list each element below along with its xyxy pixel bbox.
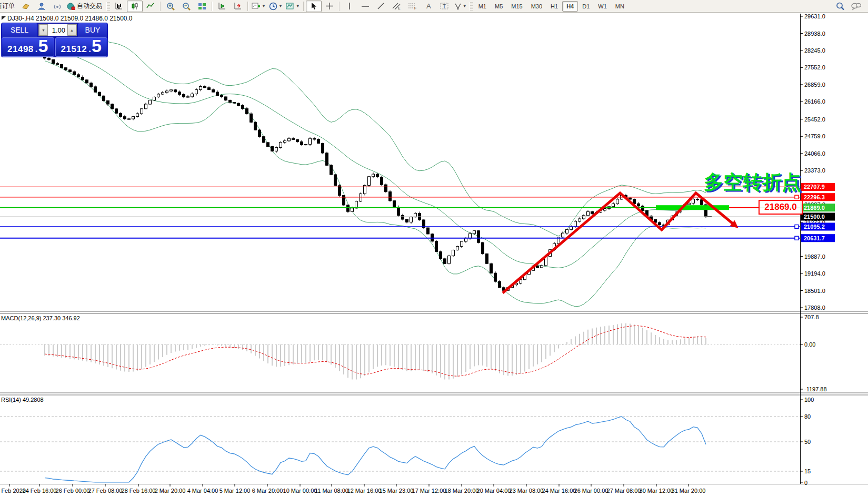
price-badge-label: 21095.2 xyxy=(804,224,825,230)
volume-increase-button[interactable]: ▲ xyxy=(67,24,76,36)
sell-price-main: 21498 xyxy=(7,44,34,55)
candle-body xyxy=(591,211,594,214)
toolbar-separator xyxy=(160,2,161,11)
arrows-tool[interactable]: ▼ xyxy=(452,1,468,12)
candle-body xyxy=(170,90,173,91)
candle-body xyxy=(250,114,253,122)
candlestick-mode-button[interactable] xyxy=(127,1,143,12)
buy-price-button[interactable]: 21512 . 5 xyxy=(55,37,108,57)
timeframe-w1[interactable]: W1 xyxy=(594,1,611,12)
candle-body xyxy=(145,104,147,109)
toolbar-separator xyxy=(303,2,304,11)
candle-body xyxy=(604,209,606,210)
vertical-line-tool[interactable] xyxy=(342,1,357,12)
time-tick-label: 24 Feb 16:00 xyxy=(23,488,57,494)
fibonacci-tool[interactable]: F xyxy=(405,1,421,12)
signal-icon[interactable] xyxy=(49,1,65,12)
price-tick-label: 19887.0 xyxy=(804,253,825,260)
timeframe-d1[interactable]: D1 xyxy=(578,1,594,12)
templates-button[interactable]: ▼ xyxy=(284,1,302,12)
chart-background xyxy=(0,13,868,497)
volume-decrease-button[interactable]: ▼ xyxy=(39,24,48,36)
line-chart-mode-button[interactable] xyxy=(143,1,158,12)
buy-tab[interactable]: BUY xyxy=(78,23,107,37)
candle-body xyxy=(65,68,67,70)
price-tick-label: 23373.0 xyxy=(804,167,825,174)
candle-body xyxy=(372,174,375,177)
candle-body xyxy=(221,96,223,97)
level-price-label[interactable]: 21869.0 xyxy=(759,200,803,215)
time-tick-label: 15 Mar 23:00 xyxy=(380,488,414,494)
candle-body xyxy=(313,138,316,139)
candle-body xyxy=(301,142,303,145)
sell-price-dot: . xyxy=(35,44,38,55)
new-chart-button[interactable]: ▼ xyxy=(250,1,267,12)
candle-body xyxy=(115,109,118,113)
candle-body xyxy=(56,64,59,65)
turning-point-annotation: 多空转折点 xyxy=(696,169,801,196)
period-button[interactable]: ▼ xyxy=(267,1,284,12)
rsi-tick-label: 80 xyxy=(804,413,811,420)
candle-body xyxy=(107,100,109,104)
cursor-tool-button[interactable] xyxy=(306,1,322,12)
time-tick-label: 11 Mar 08:00 xyxy=(315,488,348,494)
chart-canvas[interactable]: 29631.028938.028245.027552.026859.026166… xyxy=(0,0,868,497)
auto-trading-button[interactable]: 自动交易 xyxy=(65,1,105,12)
timeframe-h1[interactable]: H1 xyxy=(546,1,562,12)
candle-body xyxy=(183,95,185,97)
crosshair-tool-button[interactable] xyxy=(322,1,337,12)
candle-body xyxy=(174,90,177,92)
level-line-handle[interactable] xyxy=(795,236,799,240)
price-tick-label: 26859.0 xyxy=(804,82,825,88)
zoom-out-button[interactable] xyxy=(178,1,194,12)
level-line-handle[interactable] xyxy=(795,225,799,229)
timeframe-mn[interactable]: MN xyxy=(611,1,628,12)
sell-tab[interactable]: SELL xyxy=(2,23,37,37)
candle-body xyxy=(82,77,84,80)
one-click-collapse-arrow[interactable] xyxy=(2,16,6,20)
candle-body xyxy=(119,113,122,116)
candle-body xyxy=(629,198,632,199)
horizontal-line-tool[interactable] xyxy=(357,1,373,12)
candle-body xyxy=(381,177,383,185)
price-badge-label: 22707.9 xyxy=(804,184,825,190)
profile-icon[interactable] xyxy=(34,1,49,12)
candle-body xyxy=(124,117,126,119)
candle-body xyxy=(94,87,97,92)
equidistant-channel-tool[interactable]: E xyxy=(389,1,405,12)
timeframe-h4[interactable]: H4 xyxy=(562,1,578,12)
price-tick-label: 27552.0 xyxy=(804,64,825,70)
trendline-tool[interactable] xyxy=(373,1,389,12)
candle-body xyxy=(696,199,699,200)
time-tick-label: 20 Mar 04:00 xyxy=(477,488,511,494)
price-tick-label: 28245.0 xyxy=(804,47,825,54)
text-label-tool[interactable]: T xyxy=(436,1,452,12)
order-book-icon[interactable] xyxy=(18,1,34,12)
timeframe-m30[interactable]: M30 xyxy=(527,1,546,12)
zoom-in-button[interactable] xyxy=(163,1,178,12)
timeframe-m15[interactable]: M15 xyxy=(507,1,526,12)
auto-scroll-button[interactable] xyxy=(230,1,246,12)
chevron-down-icon: ▼ xyxy=(278,4,283,8)
macd-pane-label: MACD(12,26,9) 237.30 346.92 xyxy=(1,315,80,321)
new-order-button[interactable]: 新订单 xyxy=(0,1,18,12)
tile-windows-button[interactable] xyxy=(194,1,210,12)
chart-shift-button[interactable] xyxy=(214,1,230,12)
candle-body xyxy=(98,92,101,96)
toolbar-right-group xyxy=(832,1,864,12)
support-zone-bar[interactable] xyxy=(656,205,729,210)
rsi-tick-label: 50 xyxy=(804,439,811,445)
chat-icon[interactable] xyxy=(848,1,864,12)
search-icon[interactable] xyxy=(832,1,848,12)
candle-body xyxy=(578,219,581,221)
svg-text:E: E xyxy=(398,6,401,10)
bar-chart-mode-button[interactable] xyxy=(111,1,127,12)
level-line-handle[interactable] xyxy=(795,195,799,199)
sell-price-button[interactable]: 21498 . 5 xyxy=(2,37,54,57)
text-tool[interactable]: A xyxy=(421,1,436,12)
price-badge-label: 22296.3 xyxy=(804,194,825,200)
volume-value[interactable]: 1.00 xyxy=(48,24,67,36)
timeframe-m5[interactable]: M5 xyxy=(491,1,507,12)
buy-price-frac: 5 xyxy=(92,38,102,54)
timeframe-m1[interactable]: M1 xyxy=(474,1,491,12)
